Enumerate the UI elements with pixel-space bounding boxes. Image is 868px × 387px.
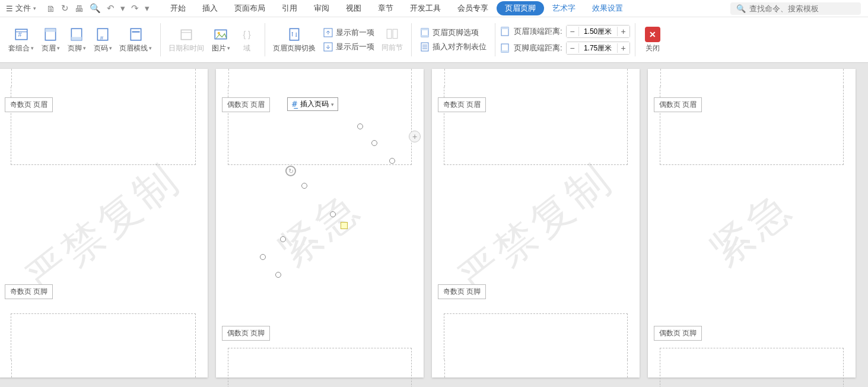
shape-handle[interactable] — [330, 211, 336, 217]
distance-stack: 页眉顶端距离: − + 页脚底端距离: − + — [500, 25, 630, 55]
decrement-button[interactable]: − — [567, 42, 578, 54]
quick-access-toolbar: 🗎 ↻ 🖶 🔍 ↶ ▾ ↷ ▾ — [42, 3, 154, 14]
redo-icon[interactable]: ↷ — [131, 3, 139, 14]
ribbon-group-hf-insert: # 套组合▾ 页眉▾ 页脚▾ # 页码▾ 页眉横线▾ — [0, 18, 160, 61]
tab-layout[interactable]: 页面布局 — [226, 1, 274, 16]
undo-dropdown-icon[interactable]: ▾ — [120, 3, 125, 14]
combo-button[interactable]: # 套组合▾ — [5, 24, 37, 56]
file-menu[interactable]: ☰ 文件 ▾ — [2, 2, 40, 15]
header-line-icon — [128, 27, 144, 42]
footer-zone[interactable] — [11, 313, 196, 360]
tab-effects[interactable]: 效果设置 — [584, 1, 631, 16]
page-3[interactable]: 奇数页 页眉 严禁复制 奇数页 页脚 — [432, 69, 640, 378]
header-dist-icon — [500, 26, 510, 37]
insert-align-tab-label: 插入对齐制表位 — [433, 42, 487, 52]
svg-rect-15 — [290, 28, 298, 40]
adjust-handle[interactable] — [341, 222, 348, 229]
tab-header-footer[interactable]: 页眉页脚 — [497, 1, 544, 15]
shape-handle[interactable] — [371, 140, 377, 146]
pagenum-button[interactable]: # 页码▾ — [90, 24, 116, 56]
show-prev-button[interactable]: 显示前一项 — [319, 26, 378, 39]
chevron-down-icon: ▾ — [149, 45, 152, 51]
datetime-button: 日期和时间 — [165, 24, 208, 56]
ribbon-group-options: 页眉页脚选项 插入对齐制表位 — [411, 18, 495, 61]
watermark: 紧急 — [267, 180, 373, 280]
tab-review[interactable]: 审阅 — [306, 1, 338, 16]
svg-rect-11 — [181, 30, 191, 39]
same-prev-icon — [386, 27, 399, 40]
header-line-label: 页眉横线 — [119, 43, 148, 53]
ribbon: # 套组合▾ 页眉▾ 页脚▾ # 页码▾ 页眉横线▾ 日期和时间 图片▾ — [0, 17, 868, 63]
page-4[interactable]: 偶数页 页眉 紧急 偶数页 页脚 — [648, 69, 856, 378]
svg-rect-6 — [71, 37, 81, 40]
watermark: 紧急 — [699, 180, 805, 280]
print-preview-icon[interactable]: 🔍 — [90, 3, 101, 14]
tab-view[interactable]: 视图 — [338, 1, 370, 16]
tab-references[interactable]: 引用 — [274, 1, 306, 16]
pagenum-small-icon: #̲ — [291, 100, 298, 109]
refresh-icon[interactable]: ↻ — [61, 3, 69, 14]
tab-insert[interactable]: 插入 — [194, 1, 226, 16]
shape-handle[interactable] — [301, 183, 307, 189]
chevron-down-icon: ▾ — [57, 45, 60, 51]
tab-devtools[interactable]: 开发工具 — [402, 1, 449, 16]
tab-wordart[interactable]: 艺术字 — [544, 1, 584, 16]
page-1[interactable]: 奇数页 页眉 严禁复制 奇数页 页脚 — [0, 69, 208, 378]
shape-handle[interactable] — [357, 123, 363, 129]
shape-handle[interactable] — [275, 272, 281, 278]
footer-zone[interactable] — [444, 313, 628, 360]
insert-align-tab-button[interactable]: 插入对齐制表位 — [416, 40, 490, 53]
header-button[interactable]: 页眉▾ — [37, 24, 63, 56]
ribbon-tabs: 开始 插入 页面布局 引用 审阅 视图 章节 开发工具 会员专享 页眉页脚 艺术… — [162, 1, 631, 16]
chevron-down-icon: ▾ — [109, 45, 112, 51]
field-label: 域 — [243, 43, 250, 53]
hf-switch-button[interactable]: 页眉页脚切换 — [269, 24, 319, 56]
footer-dist-input[interactable] — [579, 44, 617, 52]
header-tag: 偶数页 页眉 — [222, 97, 270, 112]
header-dist-input[interactable] — [579, 27, 617, 36]
svg-rect-4 — [45, 28, 55, 31]
footer-button[interactable]: 页脚▾ — [63, 24, 90, 56]
rotation-handle[interactable]: ↻ — [285, 166, 296, 176]
qat-customize-icon[interactable]: ▾ — [145, 3, 150, 14]
footer-distance-row: 页脚底端距离: − + — [500, 42, 630, 55]
close-hf-button[interactable]: ✕ 关闭 — [640, 24, 666, 56]
page-2[interactable]: 偶数页 页眉 #̲ 插入页码 ▾ 紧急 ↻ + 偶数页 页脚 — [216, 69, 424, 378]
svg-rect-21 — [421, 28, 428, 30]
increment-button[interactable]: + — [618, 26, 629, 37]
shape-handle[interactable] — [389, 158, 395, 164]
header-line-button[interactable]: 页眉横线▾ — [116, 24, 155, 56]
chevron-down-icon: ▾ — [227, 45, 230, 51]
picture-button[interactable]: 图片▾ — [208, 24, 234, 56]
pagenum-icon: # — [94, 27, 111, 42]
tab-start[interactable]: 开始 — [162, 1, 194, 16]
save-icon[interactable]: 🗎 — [46, 4, 55, 14]
shape-handle[interactable] — [260, 254, 266, 260]
svg-rect-9 — [131, 28, 141, 40]
field-icon: { } — [239, 27, 255, 42]
ribbon-group-insert: 日期和时间 图片▾ { } 域 — [160, 18, 265, 61]
header-dist-spinner[interactable]: − + — [566, 25, 630, 38]
tab-section[interactable]: 章节 — [370, 1, 402, 16]
footer-zone[interactable] — [228, 348, 412, 387]
search-input[interactable] — [749, 4, 850, 13]
svg-text:#: # — [18, 31, 21, 38]
shape-handle[interactable] — [280, 236, 286, 242]
increment-button[interactable]: + — [618, 42, 629, 54]
undo-icon[interactable]: ↶ — [107, 3, 115, 14]
hf-options-button[interactable]: 页眉页脚选项 — [416, 26, 490, 39]
options-icon — [419, 27, 430, 38]
show-next-button[interactable]: 显示后一项 — [319, 40, 378, 53]
svg-rect-18 — [387, 29, 392, 38]
field-button: { } 域 — [234, 24, 260, 56]
search-box[interactable]: 🔍 — [730, 2, 861, 15]
add-point-handle[interactable]: + — [409, 131, 421, 142]
tab-member[interactable]: 会员专享 — [449, 1, 497, 16]
decrement-button[interactable]: − — [567, 26, 578, 37]
footer-zone[interactable] — [660, 348, 844, 387]
print-icon[interactable]: 🖶 — [75, 4, 84, 14]
footer-tag: 奇数页 页脚 — [438, 284, 486, 299]
footer-dist-spinner[interactable]: − + — [566, 42, 630, 55]
footer-tag: 偶数页 页脚 — [222, 326, 270, 341]
insert-pagenum-button[interactable]: #̲ 插入页码 ▾ — [287, 97, 338, 111]
